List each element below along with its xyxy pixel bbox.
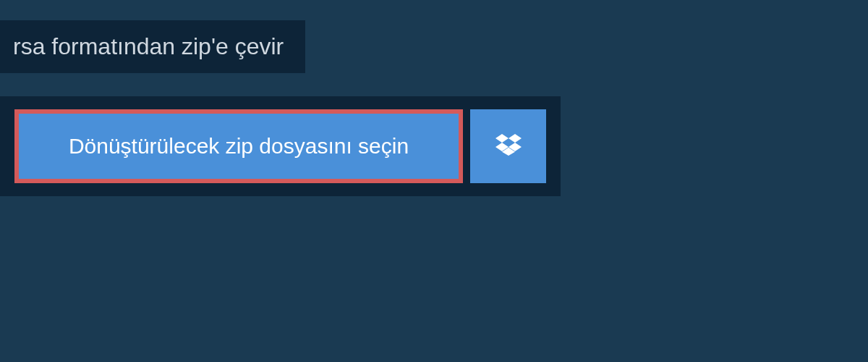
upload-panel: Dönüştürülecek zip dosyasını seçin xyxy=(0,96,561,196)
dropbox-button[interactable] xyxy=(470,109,546,183)
select-file-button[interactable]: Dönüştürülecek zip dosyasını seçin xyxy=(14,109,463,183)
page-title: rsa formatından zip'e çevir xyxy=(0,20,305,73)
dropbox-icon xyxy=(495,132,522,161)
select-file-label: Dönüştürülecek zip dosyasını seçin xyxy=(69,134,409,159)
page-title-text: rsa formatından zip'e çevir xyxy=(13,33,284,59)
